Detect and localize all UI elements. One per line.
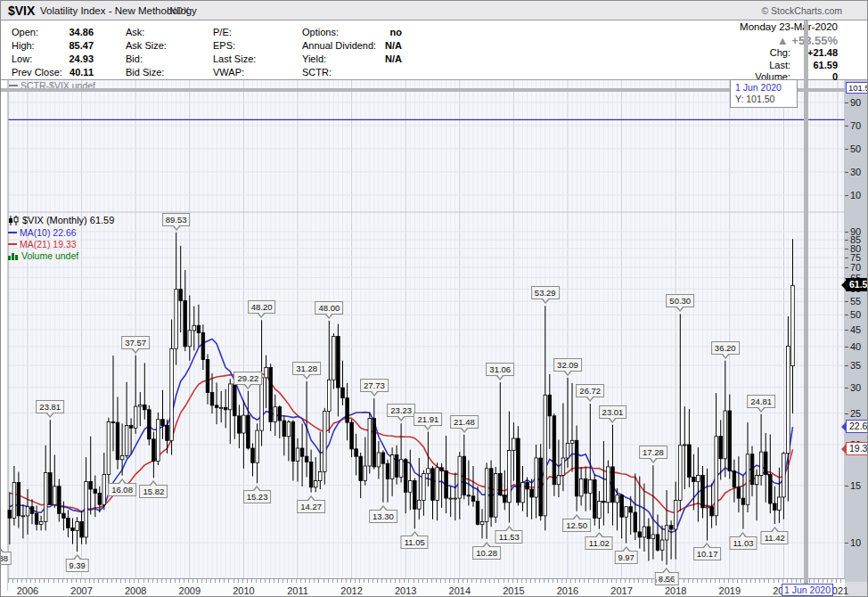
ma21-line-icon <box>8 243 17 245</box>
tooltip-date: 1 Jun 2020 <box>735 82 792 94</box>
crosshair-y-marker: 101.50 <box>846 82 868 94</box>
quote-field-label: Ask: <box>126 27 144 40</box>
quote-column: Ask:Ask Size:Bid:Bid Size: <box>126 27 204 80</box>
quote-summary-rows: Chg:+21.48Last:61.59Volume:0 <box>740 47 838 84</box>
quote-field-label: High: <box>12 40 35 53</box>
quote-field: Bid Size: <box>126 67 204 80</box>
quote-field: VWAP: <box>213 67 291 80</box>
ma21-value-marker: 19.33 <box>846 442 868 455</box>
up-arrow-icon: ▲ <box>777 34 789 47</box>
summary-row: Chg:+21.48 <box>740 47 838 60</box>
quote-date: Monday 23-Mar-2020 <box>740 21 838 34</box>
quote-field-label: Options: <box>302 27 339 40</box>
exchange-label: INDX <box>167 6 190 16</box>
quote-field: Open:34.86 <box>12 27 94 40</box>
x-axis-ticks <box>8 579 845 583</box>
quote-field: EPS: <box>213 40 291 53</box>
quote-field-value: no <box>390 27 402 40</box>
quote-field: Prev Close:40.11 <box>12 67 94 80</box>
quote-field-value: N/A <box>385 53 402 67</box>
crosshair-horizontal-line <box>1 88 845 92</box>
crosshair-date-marker: 1 Jun 2020 <box>782 584 833 596</box>
main-series-legend: $VIX (Monthly) 61.59 <box>8 215 114 225</box>
quote-field-label: VWAP: <box>213 67 244 80</box>
quote-field-label: Prev Close: <box>12 67 62 80</box>
quote-field-label: Last Size: <box>213 53 256 67</box>
quote-field-label: Low: <box>12 53 32 67</box>
ma10-line-icon <box>8 232 17 233</box>
quote-field: Ask Size: <box>126 40 204 53</box>
quote-field-value: 40.11 <box>70 67 94 80</box>
volume-bars-icon <box>8 251 19 260</box>
summary-value: 0 <box>797 71 838 84</box>
summary-value: +21.48 <box>797 47 838 60</box>
summary-label: Chg: <box>770 47 790 60</box>
summary-row: Last:61.59 <box>740 60 838 72</box>
copyright: © StockCharts.com <box>761 5 842 16</box>
crosshair-vertical-line <box>804 20 808 589</box>
quote-field-value: N/A <box>385 40 402 53</box>
quote-field-label: SCTR: <box>302 67 332 80</box>
stockcharts-figure: $VIX Volatility Index - New Methodology … <box>0 0 868 597</box>
crosshair-tooltip: 1 Jun 2020 Y: 101.50 <box>730 79 798 108</box>
quote-field: Bid: <box>126 53 204 67</box>
quote-field: Ask: <box>126 27 204 40</box>
quote-field-label: EPS: <box>213 40 235 53</box>
title-bar: $VIX Volatility Index - New Methodology … <box>1 1 867 20</box>
quote-field-label: Open: <box>12 27 38 40</box>
quote-field-label: Bid: <box>126 53 143 67</box>
quote-field: P/E: <box>213 27 291 40</box>
tooltip-value: Y: 101.50 <box>735 94 792 105</box>
quote-panel: Open:34.86High:85.47Low:24.93Prev Close:… <box>1 20 867 80</box>
quote-column: Open:34.86High:85.47Low:24.93Prev Close:… <box>12 27 94 80</box>
ma21-legend: MA(21) 19.33 <box>8 239 77 249</box>
quote-field-value: 85.47 <box>69 40 94 53</box>
ma10-legend: MA(10) 22.66 <box>8 227 77 238</box>
quote-field: Yield:N/A <box>302 53 402 67</box>
sctr-line-icon <box>9 85 18 86</box>
volume-legend: Volume undef <box>8 250 78 261</box>
quote-field-label: Ask Size: <box>126 40 167 53</box>
quote-column: P/E:EPS:Last Size:VWAP: <box>213 27 291 80</box>
quote-field-label: Yield: <box>302 53 326 67</box>
quote-field-label: P/E: <box>213 27 232 40</box>
quote-field: Last Size: <box>213 53 291 67</box>
candlestick-icon <box>8 216 20 225</box>
quote-field: Options:no <box>302 27 402 40</box>
summary-label: Last: <box>769 60 790 72</box>
change-percent: ▲ +53.55% <box>740 34 838 47</box>
quote-field-value: 34.86 <box>69 27 94 40</box>
ma10-value-marker: 22.66 <box>846 420 868 433</box>
quote-field: Low:24.93 <box>12 53 94 67</box>
quote-field: SCTR: <box>302 67 402 80</box>
quote-field-label: Bid Size: <box>126 67 164 80</box>
symbol: $VIX <box>8 4 35 18</box>
quote-field: Annual Dividend:N/A <box>302 40 402 53</box>
quote-summary: Monday 23-Mar-2020 ▲ +53.55% Chg:+21.48L… <box>740 21 838 84</box>
quote-field: High:85.47 <box>12 40 94 53</box>
quote-column: Options:noAnnual Dividend:N/AYield:N/ASC… <box>302 27 402 80</box>
right-axis-bottom <box>845 582 868 597</box>
quote-field-value: 24.93 <box>69 53 94 67</box>
quote-field-label: Annual Dividend: <box>302 40 376 53</box>
last-price-marker: 61.59 <box>846 278 868 291</box>
right-axis-strip <box>845 79 868 582</box>
summary-value: 61.59 <box>797 60 838 72</box>
